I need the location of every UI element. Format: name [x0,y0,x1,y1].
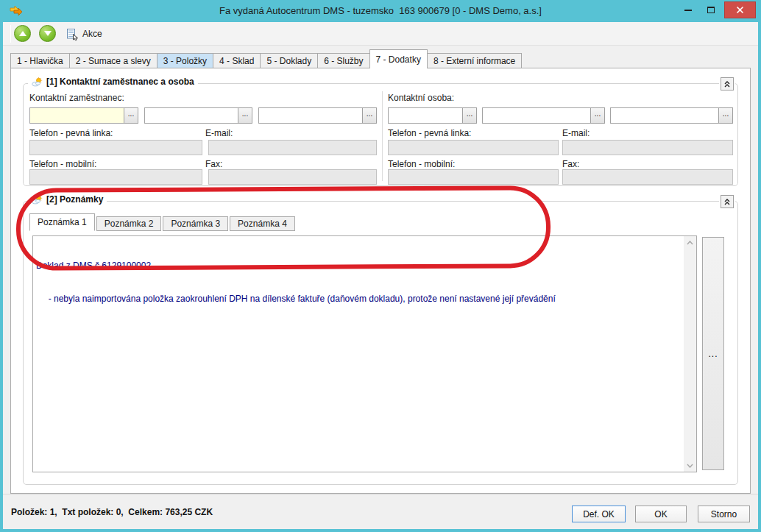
double-chevron-up-icon [723,197,732,206]
nav-down-button[interactable] [39,25,56,42]
sun-cloud-icon [32,77,43,87]
tab-2-sumace-a-slevy[interactable]: 2 - Sumace a slevy [69,53,157,68]
tab-content-panel: [1] Kontaktní zaměstnanec a osoba Kontak… [10,68,751,494]
collapse-contact-button[interactable] [721,77,734,91]
window-maximize-button[interactable] [700,1,722,18]
employee-email-input [208,140,377,155]
tab-3-polozky[interactable]: 3 - Položky [157,53,213,68]
person-browse-button-1[interactable]: ... [462,107,477,124]
note-text: Doklad z DMS č.6129100002 - nebyla naimp… [36,238,680,327]
person-fax-input [562,169,733,185]
employee-fax-input [208,169,377,185]
application-window: Fa vydaná Autocentrum DMS - tuzemsko 163… [0,0,761,532]
employee-input-2[interactable] [144,107,238,124]
chevron-down-icon [687,464,693,468]
contact-section-divider [382,91,383,181]
arrow-down-icon [44,31,52,36]
arrow-up-icon [19,31,26,36]
employee-combo-3: ... [258,107,377,124]
person-combo-1: ... [388,107,477,124]
dialog-body: Akce 1 - Hlavička 2 - Sumace a slevy 3 -… [3,22,758,529]
tab-1-hlavicka[interactable]: 1 - Hlavička [10,53,70,68]
person-browse-button-3[interactable]: ... [718,107,733,124]
notes-tabstrip: Poznámka 1 Poznámka 2 Poznámka 3 Poznámk… [29,212,295,231]
person-input-2[interactable] [482,107,590,124]
note-more-button[interactable]: ... [702,237,724,470]
person-phone-label: Telefon - pevná linka: [388,128,471,138]
tab-6-sluzby[interactable]: 6 - Služby [317,53,369,68]
tab-poznamka-3[interactable]: Poznámka 3 [163,216,228,231]
minimize-icon [684,10,692,11]
akce-label: Akce [82,29,102,39]
employee-browse-button-2[interactable]: ... [238,107,252,124]
person-input-3[interactable] [610,107,718,124]
contact-section-title: [1] Kontaktní zaměstnanec a osoba [46,77,194,87]
def-ok-button[interactable]: Def. OK [572,506,626,522]
employee-phone-label: Telefon - pevná linka: [29,128,113,138]
note-textarea[interactable]: Doklad z DMS č.6129100002 - nebyla naimp… [32,235,697,472]
person-label: Kontaktní osoba: [388,93,454,103]
tab-8-externi-informace[interactable]: 8 - Externí informace [427,53,522,68]
status-summary: Položek: 1, Txt položek: 0, Celkem: 763,… [11,507,213,517]
chevron-up-icon [687,241,693,245]
employee-phone-input [29,140,202,155]
tab-poznamka-1[interactable]: Poznámka 1 [29,213,95,231]
employee-input-3[interactable] [258,107,362,124]
employee-fax-label: Fax: [205,159,222,169]
person-email-label: E-mail: [562,128,590,138]
main-tabstrip: 1 - Hlavička 2 - Sumace a slevy 3 - Polo… [10,49,522,68]
employee-combo-1: ... [29,107,138,124]
double-chevron-up-icon [723,79,732,88]
person-combo-2: ... [482,107,605,124]
nav-up-button[interactable] [14,25,31,42]
scrollbar-up-button[interactable] [684,236,696,249]
window-minimize-button[interactable] [677,1,699,18]
person-browse-button-2[interactable]: ... [590,107,605,124]
employee-browse-button-1[interactable]: ... [124,107,138,124]
person-combo-3: ... [610,107,733,124]
window-close-button[interactable] [724,1,756,18]
contact-section-legend: [1] Kontaktní zaměstnanec a osoba [28,77,198,87]
close-icon [736,6,744,14]
person-input-1[interactable] [388,107,462,124]
ok-button[interactable]: OK [635,506,687,522]
akce-icon [66,28,79,40]
storno-button[interactable]: Storno [698,506,750,522]
person-mobile-input [388,169,559,185]
tab-poznamka-4[interactable]: Poznámka 4 [230,216,295,231]
employee-email-label: E-mail: [205,128,233,138]
tab-4-sklad[interactable]: 4 - Sklad [213,53,261,68]
employee-combo-2: ... [144,107,252,124]
note-text-line-2: - nebyla naimportována položka zaokrouhl… [36,294,680,305]
toolbar-separator [10,25,11,43]
person-email-input [562,140,733,155]
employee-label: Kontaktní zaměstnanec: [29,93,124,103]
person-phone-input [388,140,559,155]
employee-mobile-input [29,169,202,185]
collapse-notes-button[interactable] [721,195,734,208]
maximize-icon [707,7,715,13]
tab-5-doklady[interactable]: 5 - Doklady [260,53,318,68]
tab-7-dodatky[interactable]: 7 - Dodatky [369,49,428,68]
sun-cloud-icon [32,195,43,205]
contact-section: [1] Kontaktní zaměstnanec a osoba Kontak… [23,83,738,186]
tab-poznamka-2[interactable]: Poznámka 2 [96,216,162,231]
employee-mobile-label: Telefon - mobilní: [29,159,96,169]
notes-section: [2] Poznámky Poznámka 1 Poznámka 2 Pozná… [23,201,738,485]
notes-section-title: [2] Poznámky [46,194,103,205]
notes-section-legend: [2] Poznámky [28,194,107,205]
note-text-line-1: Doklad z DMS č.6129100002 [36,260,680,272]
employee-browse-button-3[interactable]: ... [362,107,377,124]
toolbar: Akce [3,22,758,46]
employee-input-1[interactable] [29,107,124,124]
akce-menu-button[interactable]: Akce [63,26,105,42]
note-scrollbar[interactable] [684,236,696,472]
status-bar: Položek: 1, Txt položek: 0, Celkem: 763,… [3,494,758,529]
person-fax-label: Fax: [562,159,579,169]
person-mobile-label: Telefon - mobilní: [388,159,455,169]
scrollbar-down-button[interactable] [684,459,696,472]
window-title: Fa vydaná Autocentrum DMS - tuzemsko 163… [0,5,761,16]
titlebar: Fa vydaná Autocentrum DMS - tuzemsko 163… [0,0,761,22]
